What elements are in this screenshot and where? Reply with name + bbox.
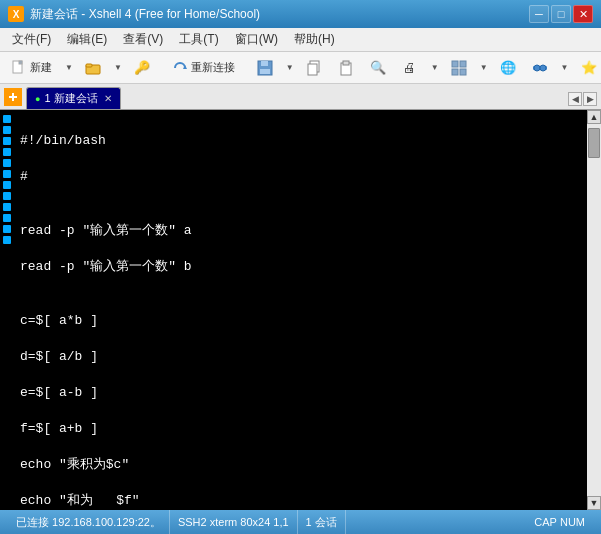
sidebar-dot [3, 137, 11, 145]
toolbar: 新建 ▼ ▼ 🔑 重新连接 [0, 52, 601, 84]
sidebar-indicators [0, 110, 14, 510]
svg-rect-12 [343, 61, 349, 65]
reconnect-icon [172, 60, 188, 76]
search-icon: 🔍 [370, 60, 386, 76]
protocol-status: SSH2 xterm 80x24 1,1 [170, 510, 298, 534]
menu-tools[interactable]: 工具(T) [171, 29, 226, 51]
chevron-icon2: ▼ [114, 63, 122, 72]
sidebar-dot [3, 214, 11, 222]
svg-rect-15 [452, 69, 458, 75]
new-button[interactable]: 新建 [4, 55, 59, 81]
copy-icon [306, 60, 322, 76]
terminal-line: echo "乘积为$c" [20, 456, 581, 474]
terminal-line: c=$[ a*b ] [20, 312, 581, 330]
sidebar-dot [3, 170, 11, 178]
svg-rect-4 [86, 64, 92, 67]
menu-edit[interactable]: 编辑(E) [59, 29, 115, 51]
terminal-line: # [20, 168, 581, 186]
open-button[interactable] [78, 55, 108, 81]
protocol-text: SSH2 xterm 80x24 1,1 [178, 516, 289, 528]
window-title: 新建会话 - Xshell 4 (Free for Home/School) [30, 6, 260, 23]
print-icon: 🖨 [402, 60, 418, 76]
copy-button[interactable] [299, 55, 329, 81]
sessions-status: 1 会话 [298, 510, 346, 534]
app-icon: X [8, 6, 24, 22]
save-dropdown[interactable]: ▼ [282, 55, 297, 81]
sidebar-dot [3, 181, 11, 189]
menu-bar: 文件(F) 编辑(E) 查看(V) 工具(T) 窗口(W) 帮助(H) [0, 28, 601, 52]
grid-icon [451, 60, 467, 76]
open-dropdown[interactable]: ▼ [110, 55, 125, 81]
paste-button[interactable] [331, 55, 361, 81]
paste-icon [338, 60, 354, 76]
new-dropdown[interactable]: ▼ [61, 55, 76, 81]
window-controls: ─ □ ✕ [529, 5, 593, 23]
chevron-icon3: ▼ [286, 63, 294, 72]
chevron-icon6: ▼ [561, 63, 569, 72]
terminal-line: read -p "输入第一个数" a [20, 222, 581, 240]
sidebar-dot [3, 159, 11, 167]
tab-close-button[interactable]: ✕ [104, 93, 112, 104]
close-button[interactable]: ✕ [573, 5, 593, 23]
sessions-text: 1 会话 [306, 515, 337, 530]
settings-icon [532, 60, 548, 76]
sidebar-dot [3, 148, 11, 156]
minimize-button[interactable]: ─ [529, 5, 549, 23]
status-bar: 已连接 192.168.100.129:22。 SSH2 xterm 80x24… [0, 510, 601, 534]
caps-status: CAP NUM [526, 510, 593, 534]
new-session-icon[interactable] [4, 88, 22, 106]
grid-dropdown[interactable]: ▼ [476, 55, 491, 81]
save-button[interactable] [250, 55, 280, 81]
tab-label: 1 新建会话 [44, 91, 97, 106]
sidebar-dot [3, 115, 11, 123]
svg-rect-16 [460, 69, 466, 75]
terminal-line: e=$[ a-b ] [20, 384, 581, 402]
connection-status: 已连接 192.168.100.129:22。 [8, 510, 170, 534]
svg-point-19 [540, 65, 546, 71]
svg-rect-10 [308, 64, 317, 75]
session-tab[interactable]: ● 1 新建会话 ✕ [26, 87, 121, 109]
svg-rect-13 [452, 61, 458, 67]
title-bar-left: X 新建会话 - Xshell 4 (Free for Home/School) [8, 6, 260, 23]
tab-scroll-right[interactable]: ▶ [583, 92, 597, 106]
settings-dropdown[interactable]: ▼ [557, 55, 572, 81]
maximize-button[interactable]: □ [551, 5, 571, 23]
scrollbar-thumb[interactable] [588, 128, 600, 158]
connection-text: 已连接 192.168.100.129:22。 [16, 515, 161, 530]
tab-indicator: ● [35, 94, 40, 104]
menu-file[interactable]: 文件(F) [4, 29, 59, 51]
menu-help[interactable]: 帮助(H) [286, 29, 343, 51]
scroll-down-button[interactable]: ▼ [587, 496, 601, 510]
new-label: 新建 [30, 60, 52, 75]
tab-scroll-left[interactable]: ◀ [568, 92, 582, 106]
save-icon [257, 60, 273, 76]
menu-view[interactable]: 查看(V) [115, 29, 171, 51]
terminal-container: #!/bin/bash # read -p "输入第一个数" a read -p… [0, 110, 601, 510]
menu-window[interactable]: 窗口(W) [227, 29, 286, 51]
sidebar-dot [3, 192, 11, 200]
settings-button[interactable] [525, 55, 555, 81]
print-dropdown[interactable]: ▼ [427, 55, 442, 81]
scroll-up-button[interactable]: ▲ [587, 110, 601, 124]
sidebar-dot [3, 225, 11, 233]
vertical-scrollbar[interactable]: ▲ ▼ [587, 110, 601, 510]
search-button[interactable]: 🔍 [363, 55, 393, 81]
sidebar-dot [3, 236, 11, 244]
sidebar-dot [3, 203, 11, 211]
favorites-button[interactable]: ⭐ [574, 55, 601, 81]
terminal-line: read -p "输入第一个数" b [20, 258, 581, 276]
print-button[interactable]: 🖨 [395, 55, 425, 81]
globe-button[interactable]: 🌐 [493, 55, 523, 81]
sidebar-dot [3, 126, 11, 134]
svg-rect-8 [260, 69, 270, 74]
terminal[interactable]: #!/bin/bash # read -p "输入第一个数" a read -p… [14, 110, 587, 510]
key-button[interactable]: 🔑 [127, 55, 157, 81]
svg-rect-7 [261, 61, 268, 66]
reconnect-button[interactable]: 重新连接 [165, 55, 242, 81]
svg-rect-14 [460, 61, 466, 67]
svg-point-18 [534, 65, 540, 71]
chevron-icon: ▼ [65, 63, 73, 72]
folder-icon [85, 60, 101, 76]
grid-button[interactable] [444, 55, 474, 81]
scrollbar-track[interactable] [587, 124, 601, 496]
